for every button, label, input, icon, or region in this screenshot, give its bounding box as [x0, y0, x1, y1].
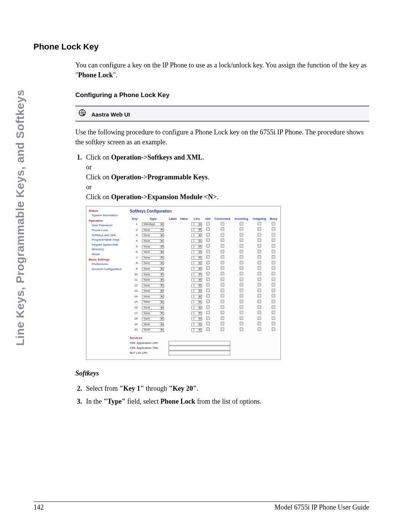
line-select[interactable]: 1▼	[191, 278, 202, 282]
state-checkbox[interactable]	[258, 244, 261, 248]
state-checkbox[interactable]	[240, 266, 243, 270]
state-checkbox[interactable]	[221, 289, 224, 292]
state-checkbox[interactable]	[206, 244, 210, 248]
state-checkbox[interactable]	[221, 278, 224, 281]
shot-sidebar-item[interactable]: Keypad Speed Dial	[92, 243, 126, 247]
type-select[interactable]: None▼	[142, 261, 164, 265]
state-checkbox[interactable]	[258, 238, 261, 242]
state-checkbox[interactable]	[240, 244, 243, 248]
type-select[interactable]: None▼	[142, 250, 164, 254]
state-checkbox[interactable]	[206, 266, 210, 270]
state-checkbox[interactable]	[258, 283, 261, 286]
line-select[interactable]: 1▼	[191, 328, 202, 332]
state-checkbox[interactable]	[272, 233, 275, 236]
state-checkbox[interactable]	[240, 278, 243, 281]
state-checkbox[interactable]	[272, 244, 275, 248]
line-select[interactable]: 1▼	[191, 273, 202, 276]
type-select[interactable]: None▼	[142, 228, 164, 232]
state-checkbox[interactable]	[240, 238, 243, 242]
state-checkbox[interactable]	[206, 272, 210, 275]
state-checkbox[interactable]	[240, 250, 243, 253]
line-select[interactable]: 1▼	[191, 261, 202, 265]
state-checkbox[interactable]	[206, 261, 210, 264]
line-select[interactable]: 1▼	[191, 228, 202, 232]
type-select[interactable]: None▼	[142, 233, 164, 237]
type-select[interactable]: None▼	[142, 312, 164, 315]
state-checkbox[interactable]	[206, 233, 210, 236]
state-checkbox[interactable]	[221, 261, 224, 264]
state-checkbox[interactable]	[206, 311, 210, 314]
state-checkbox[interactable]	[221, 227, 224, 231]
state-checkbox[interactable]	[240, 316, 243, 320]
state-checkbox[interactable]	[206, 250, 210, 253]
state-checkbox[interactable]	[272, 294, 275, 297]
state-checkbox[interactable]	[221, 300, 224, 303]
state-checkbox[interactable]	[221, 311, 224, 314]
state-checkbox[interactable]	[258, 322, 261, 325]
state-checkbox[interactable]	[258, 305, 261, 309]
state-checkbox[interactable]	[258, 272, 261, 275]
type-select[interactable]: None▼	[142, 328, 164, 332]
service-input[interactable]	[169, 351, 230, 355]
line-select[interactable]: 1▼	[191, 300, 202, 304]
state-checkbox[interactable]	[206, 305, 210, 309]
state-checkbox[interactable]	[258, 289, 261, 292]
state-checkbox[interactable]	[240, 283, 243, 286]
state-checkbox[interactable]	[272, 272, 275, 275]
shot-sidebar-item[interactable]: Preferences	[92, 262, 126, 267]
state-checkbox[interactable]	[258, 278, 261, 281]
state-checkbox[interactable]	[206, 289, 210, 292]
state-checkbox[interactable]	[206, 328, 210, 331]
state-checkbox[interactable]	[272, 222, 275, 225]
state-checkbox[interactable]	[221, 283, 224, 286]
state-checkbox[interactable]	[206, 255, 210, 259]
type-select[interactable]: None▼	[142, 306, 164, 310]
state-checkbox[interactable]	[240, 222, 243, 225]
line-select[interactable]: 1▼	[191, 267, 202, 271]
state-checkbox[interactable]	[240, 294, 243, 297]
state-checkbox[interactable]	[272, 227, 275, 231]
state-checkbox[interactable]	[206, 278, 210, 281]
line-select[interactable]: 1▼	[191, 250, 202, 254]
state-checkbox[interactable]	[240, 311, 243, 314]
state-checkbox[interactable]	[206, 300, 210, 303]
state-checkbox[interactable]	[221, 328, 224, 331]
state-checkbox[interactable]	[206, 238, 210, 242]
state-checkbox[interactable]	[221, 222, 224, 225]
state-checkbox[interactable]	[240, 261, 243, 264]
shot-sidebar-item[interactable]: Programmable Keys	[92, 238, 126, 242]
line-select[interactable]: 1▼	[191, 284, 202, 288]
state-checkbox[interactable]	[221, 233, 224, 236]
state-checkbox[interactable]	[272, 283, 275, 286]
state-checkbox[interactable]	[240, 289, 243, 292]
state-checkbox[interactable]	[206, 227, 210, 231]
type-select[interactable]: None▼	[142, 267, 164, 271]
state-checkbox[interactable]	[240, 328, 243, 331]
state-checkbox[interactable]	[240, 322, 243, 325]
state-checkbox[interactable]	[240, 255, 243, 259]
type-select[interactable]: None▼	[142, 284, 164, 288]
line-select[interactable]: 1▼	[191, 245, 202, 249]
state-checkbox[interactable]	[258, 227, 261, 231]
state-checkbox[interactable]	[221, 250, 224, 253]
type-select[interactable]: None▼	[142, 295, 164, 299]
state-checkbox[interactable]	[272, 328, 275, 331]
state-checkbox[interactable]	[221, 322, 224, 325]
state-checkbox[interactable]	[221, 272, 224, 275]
type-select[interactable]: WebApps▼	[142, 222, 164, 226]
state-checkbox[interactable]	[258, 222, 261, 225]
shot-sidebar-item[interactable]: Reset	[92, 252, 126, 257]
state-checkbox[interactable]	[240, 272, 243, 275]
state-checkbox[interactable]	[272, 311, 275, 314]
state-checkbox[interactable]	[240, 300, 243, 303]
state-checkbox[interactable]	[240, 227, 243, 231]
state-checkbox[interactable]	[221, 266, 224, 270]
shot-sidebar-item[interactable]: Account Configuration	[92, 267, 126, 272]
state-checkbox[interactable]	[206, 316, 210, 320]
state-checkbox[interactable]	[272, 278, 275, 281]
type-select[interactable]: None▼	[142, 323, 164, 326]
state-checkbox[interactable]	[240, 305, 243, 309]
type-select[interactable]: None▼	[142, 317, 164, 321]
line-select[interactable]: 1▼	[191, 323, 202, 326]
line-select[interactable]: 1▼	[191, 295, 202, 299]
